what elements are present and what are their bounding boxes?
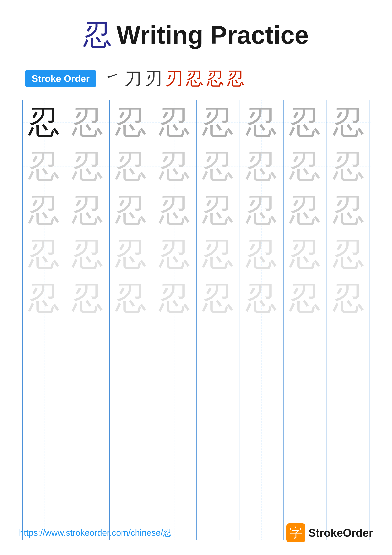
grid-cell-empty[interactable]: [153, 364, 197, 408]
grid-cell[interactable]: 忍: [110, 188, 153, 232]
grid-cell[interactable]: 忍: [23, 276, 66, 320]
grid-cell[interactable]: 忍: [153, 232, 197, 276]
grid-cell-empty[interactable]: [197, 452, 240, 496]
grid-row-1: 忍 忍 忍 忍 忍 忍 忍 忍: [23, 100, 370, 144]
grid-cell[interactable]: 忍: [66, 232, 110, 276]
grid-cell[interactable]: 忍: [153, 100, 197, 144]
grid-cell[interactable]: 忍: [197, 188, 240, 232]
grid-cell-empty[interactable]: [66, 364, 110, 408]
char-display: 忍: [72, 282, 103, 314]
grid-cell[interactable]: 忍: [240, 100, 284, 144]
grid-cell[interactable]: 忍: [327, 144, 371, 188]
grid-cell[interactable]: 忍: [110, 276, 153, 320]
grid-cell[interactable]: 忍: [197, 232, 240, 276]
grid-cell[interactable]: 忍: [284, 276, 327, 320]
grid-cell[interactable]: 忍: [240, 144, 284, 188]
grid-cell[interactable]: 忍: [110, 100, 153, 144]
char-display: 忍: [159, 238, 190, 270]
footer: https://www.strokeorder.com/chinese/忍 字 …: [19, 523, 373, 542]
grid-row-5: 忍 忍 忍 忍 忍 忍 忍 忍: [23, 276, 370, 320]
grid-cell[interactable]: 忍: [327, 276, 371, 320]
title-text: Writing Practice: [117, 20, 309, 50]
grid-cell-empty[interactable]: [197, 364, 240, 408]
grid-cell-empty[interactable]: [23, 408, 66, 452]
grid-cell-empty[interactable]: [66, 408, 110, 452]
char-display: 忍: [28, 282, 60, 314]
grid-row-2: 忍 忍 忍 忍 忍 忍 忍 忍: [23, 144, 370, 188]
grid-cell-empty[interactable]: [284, 452, 327, 496]
grid-cell-empty[interactable]: [327, 452, 371, 496]
char-display: 忍: [159, 106, 190, 138]
stroke-step-2: 刀: [124, 67, 142, 90]
grid-cell-empty[interactable]: [284, 320, 327, 364]
stroke-step-1: ㇀: [104, 67, 121, 90]
stroke-order-badge: Stroke Order: [25, 70, 96, 87]
grid-cell-empty[interactable]: [66, 320, 110, 364]
grid-cell-empty[interactable]: [327, 364, 371, 408]
grid-cell[interactable]: 忍: [284, 188, 327, 232]
grid-cell[interactable]: 忍: [327, 232, 371, 276]
char-display: 忍: [115, 106, 147, 138]
grid-cell[interactable]: 忍: [197, 100, 240, 144]
grid-cell[interactable]: 忍: [284, 232, 327, 276]
grid-cell-empty[interactable]: [153, 320, 197, 364]
grid-cell[interactable]: 忍: [23, 144, 66, 188]
char-display: 忍: [159, 194, 190, 226]
grid-cell[interactable]: 忍: [153, 276, 197, 320]
char-display: 忍: [28, 194, 60, 226]
grid-cell-empty[interactable]: [23, 364, 66, 408]
char-display: 忍: [246, 238, 277, 270]
grid-cell[interactable]: 忍: [110, 144, 153, 188]
char-display: 忍: [202, 194, 234, 226]
grid-row-8: [23, 408, 370, 452]
grid-cell-empty[interactable]: [197, 320, 240, 364]
grid-cell[interactable]: 忍: [284, 100, 327, 144]
grid-cell[interactable]: 忍: [153, 144, 197, 188]
grid-cell-empty[interactable]: [153, 408, 197, 452]
grid-cell-empty[interactable]: [23, 452, 66, 496]
grid-cell-empty[interactable]: [327, 320, 371, 364]
grid-cell-empty[interactable]: [153, 452, 197, 496]
grid-cell-empty[interactable]: [240, 364, 284, 408]
char-display: 忍: [28, 106, 60, 138]
grid-cell[interactable]: 忍: [66, 188, 110, 232]
char-display: 忍: [72, 238, 103, 270]
logo-kanji: 字: [290, 524, 302, 541]
grid-cell[interactable]: 忍: [240, 188, 284, 232]
grid-cell-empty[interactable]: [284, 408, 327, 452]
char-display: 忍: [28, 150, 60, 182]
footer-logo-text: StrokeOrder: [308, 526, 373, 539]
grid-cell-empty[interactable]: [327, 408, 371, 452]
grid-cell[interactable]: 忍: [240, 276, 284, 320]
grid-cell-empty[interactable]: [197, 408, 240, 452]
stroke-step-4: 刃: [165, 67, 183, 90]
grid-cell-empty[interactable]: [240, 452, 284, 496]
grid-cell[interactable]: 忍: [23, 232, 66, 276]
grid-cell-empty[interactable]: [110, 364, 153, 408]
grid-cell[interactable]: 忍: [240, 232, 284, 276]
grid-cell-empty[interactable]: [110, 408, 153, 452]
grid-cell-empty[interactable]: [23, 320, 66, 364]
grid-cell[interactable]: 忍: [66, 100, 110, 144]
grid-cell[interactable]: 忍: [327, 100, 371, 144]
grid-cell-empty[interactable]: [240, 320, 284, 364]
grid-cell[interactable]: 忍: [197, 276, 240, 320]
grid-row-7: [23, 364, 370, 408]
grid-cell[interactable]: 忍: [153, 188, 197, 232]
grid-cell[interactable]: 忍: [66, 276, 110, 320]
grid-cell-empty[interactable]: [110, 320, 153, 364]
footer-url[interactable]: https://www.strokeorder.com/chinese/忍: [19, 527, 172, 539]
grid-cell-empty[interactable]: [240, 408, 284, 452]
grid-cell-empty[interactable]: [110, 452, 153, 496]
stroke-step-3: 刃: [145, 67, 162, 90]
grid-cell[interactable]: 忍: [23, 188, 66, 232]
grid-cell-empty[interactable]: [66, 452, 110, 496]
grid-cell[interactable]: 忍: [197, 144, 240, 188]
char-display: 忍: [246, 194, 277, 226]
grid-cell-empty[interactable]: [284, 364, 327, 408]
grid-cell[interactable]: 忍: [110, 232, 153, 276]
grid-cell[interactable]: 忍: [327, 188, 371, 232]
grid-cell[interactable]: 忍: [66, 144, 110, 188]
grid-cell[interactable]: 忍: [284, 144, 327, 188]
grid-cell[interactable]: 忍: [23, 100, 66, 144]
